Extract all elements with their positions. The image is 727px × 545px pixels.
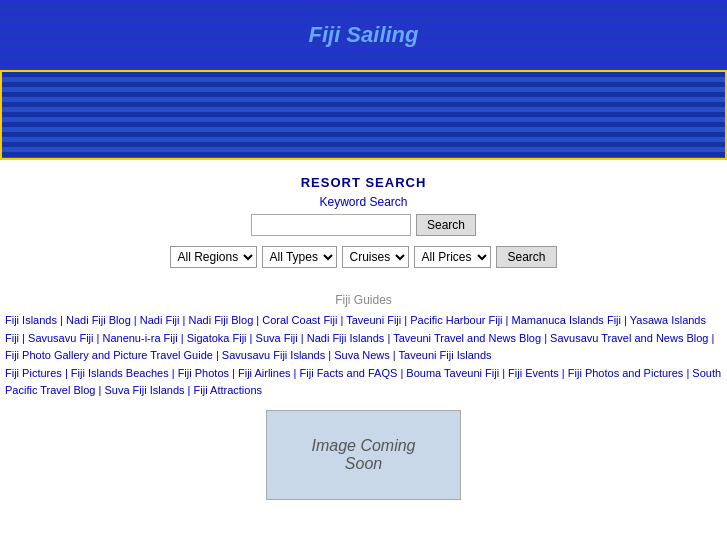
link-bouma-taveuni[interactable]: Bouma Taveuni Fiji xyxy=(406,367,499,379)
link-taveuni[interactable]: Taveuni Fiji xyxy=(346,314,401,326)
keyword-row: Search xyxy=(0,214,727,236)
link-fiji-attractions[interactable]: Fiji Attractions xyxy=(194,384,262,396)
prices-select[interactable]: All Prices Budget Luxury xyxy=(414,246,491,268)
guides-section: Fiji Guides Fiji Islands | Nadi Fiji Blo… xyxy=(0,293,727,400)
link-taveuni-fiji-islands[interactable]: Taveuni Fiji Islands xyxy=(399,349,492,361)
filter-search-button[interactable]: Search xyxy=(496,246,556,268)
image-coming-line1: Image Coming xyxy=(311,437,415,455)
link-nadi-fiji[interactable]: Nadi Fiji xyxy=(140,314,180,326)
page-header: Fiji Sailing xyxy=(0,0,727,70)
link-pacific-harbour[interactable]: Pacific Harbour Fiji xyxy=(410,314,502,326)
link-coral-coast[interactable]: Coral Coast Fiji xyxy=(262,314,337,326)
keyword-search-button[interactable]: Search xyxy=(416,214,476,236)
link-savusavu-fiji-islands[interactable]: Savusavu Fiji Islands xyxy=(222,349,325,361)
link-nadi-fiji-blog2[interactable]: Nadi Fiji Blog xyxy=(188,314,253,326)
link-savusavu-travel[interactable]: Savusavu Travel and News Blog xyxy=(550,332,708,344)
link-suva-news[interactable]: Suva News xyxy=(334,349,390,361)
link-fiji-airlines[interactable]: Fiji Airlines xyxy=(238,367,291,379)
guides-links-row2: Fiji Pictures | Fiji Islands Beaches | F… xyxy=(0,365,727,400)
link-nadi-fiji-blog1[interactable]: Nadi Fiji Blog xyxy=(66,314,131,326)
link-fiji-photo-gallery[interactable]: Fiji Photo Gallery and Picture Travel Gu… xyxy=(5,349,213,361)
image-section: Image Coming Soon xyxy=(0,410,727,500)
link-fiji-facts[interactable]: Fiji Facts and FAQS xyxy=(300,367,398,379)
guides-links-row1: Fiji Islands | Nadi Fiji Blog | Nadi Fij… xyxy=(0,312,727,365)
link-sigatoka[interactable]: Sigatoka Fiji xyxy=(187,332,247,344)
types-select[interactable]: All Types Resort Hotel xyxy=(262,246,337,268)
link-taveuni-travel[interactable]: Taveuni Travel and News Blog xyxy=(393,332,541,344)
link-fiji-events[interactable]: Fiji Events xyxy=(508,367,559,379)
regions-select[interactable]: All Regions North Fiji South Fiji xyxy=(170,246,257,268)
banner-image xyxy=(0,70,727,160)
link-fiji-photos[interactable]: Fiji Photos xyxy=(178,367,229,379)
resort-search-heading: RESORT SEARCH xyxy=(0,175,727,190)
link-fiji-photos-pictures[interactable]: Fiji Photos and Pictures xyxy=(568,367,684,379)
image-coming-line2: Soon xyxy=(345,455,382,473)
keyword-input[interactable] xyxy=(251,214,411,236)
activities-select[interactable]: Cruises Diving Sailing xyxy=(342,246,409,268)
fiji-guides-label: Fiji Guides xyxy=(0,293,727,307)
filter-row: All Regions North Fiji South Fiji All Ty… xyxy=(0,246,727,268)
link-suva-fiji-islands[interactable]: Suva Fiji Islands xyxy=(104,384,184,396)
link-mamanuca[interactable]: Mamanuca Islands Fiji xyxy=(512,314,621,326)
link-fiji-islands-beaches[interactable]: Fiji Islands Beaches xyxy=(71,367,169,379)
link-savusavu[interactable]: Savusavu Fiji xyxy=(28,332,93,344)
image-placeholder: Image Coming Soon xyxy=(266,410,461,500)
link-fiji-islands[interactable]: Fiji Islands xyxy=(5,314,57,326)
link-nanenu[interactable]: Nanenu-i-ra Fiji xyxy=(102,332,177,344)
keyword-search-label: Keyword Search xyxy=(0,195,727,209)
link-fiji-pictures[interactable]: Fiji Pictures xyxy=(5,367,62,379)
link-suva[interactable]: Suva Fiji xyxy=(256,332,298,344)
link-nadi-fiji-islands[interactable]: Nadi Fiji Islands xyxy=(307,332,385,344)
page-title: Fiji Sailing xyxy=(308,22,418,48)
search-area: RESORT SEARCH Keyword Search Search All … xyxy=(0,160,727,283)
